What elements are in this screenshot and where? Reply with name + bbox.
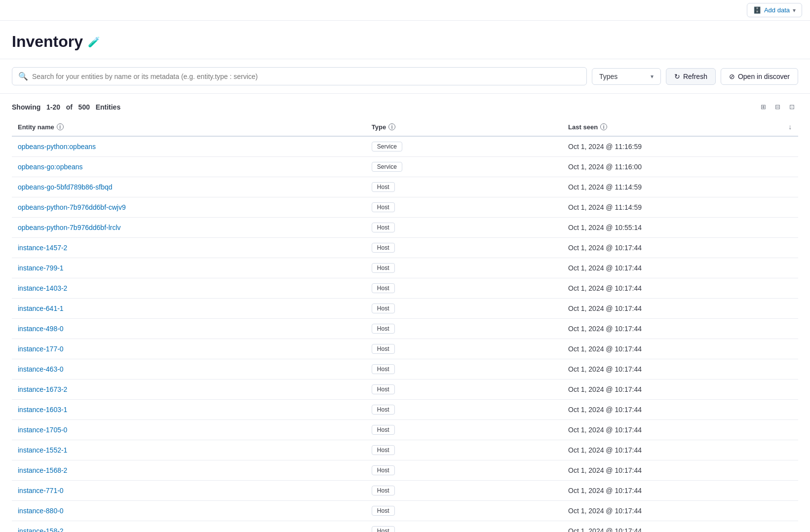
types-dropdown[interactable]: Types ▾ [592, 68, 661, 85]
type-badge: Host [372, 384, 395, 394]
entity-name-cell: instance-463-0 [12, 359, 366, 380]
top-bar: 🗄️ Add data ▾ [0, 0, 810, 21]
last-seen-cell: Oct 1, 2024 @ 11:14:59 [562, 177, 782, 197]
entity-name-link[interactable]: opbeans-python-7b976dd6bf-cwjv9 [18, 203, 126, 211]
type-cell: Host [366, 521, 562, 532]
entity-name-cell: instance-1403-2 [12, 278, 366, 299]
type-badge: Host [372, 526, 395, 532]
row-action-cell [782, 460, 798, 481]
col-header-last-seen: Last seen i [562, 118, 782, 136]
type-cell: Host [366, 440, 562, 460]
type-badge: Host [372, 283, 395, 293]
last-seen-cell: Oct 1, 2024 @ 10:17:44 [562, 481, 782, 501]
entity-name-link[interactable]: instance-799-1 [18, 264, 64, 272]
entity-name-cell: instance-498-0 [12, 319, 366, 339]
discover-icon: ⊘ [729, 73, 735, 80]
entity-name-link[interactable]: instance-1552-1 [18, 446, 67, 454]
page-title: Inventory 🧪 [12, 33, 798, 51]
row-action-cell [782, 218, 798, 238]
type-badge: Host [372, 304, 395, 313]
col-header-sort[interactable]: ↓ [782, 118, 798, 136]
entity-name-link[interactable]: instance-177-0 [18, 345, 64, 353]
entity-name-cell: instance-1552-1 [12, 440, 366, 460]
entity-name-link[interactable]: opbeans-python-7b976dd6bf-lrclv [18, 224, 121, 231]
entity-name-link[interactable]: instance-158-2 [18, 527, 64, 532]
row-action-cell [782, 136, 798, 157]
open-in-discover-button[interactable]: ⊘ Open in discover [721, 68, 798, 85]
table-row: opbeans-go-5bfd789b86-sfbqdHostOct 1, 20… [12, 177, 798, 197]
entity-name-cell: instance-771-0 [12, 481, 366, 501]
row-action-cell [782, 258, 798, 278]
type-cell: Host [366, 258, 562, 278]
type-cell: Host [366, 460, 562, 481]
search-icon: 🔍 [18, 72, 28, 81]
entity-name-link[interactable]: opbeans-python:opbeans [18, 143, 96, 151]
sort-icon: ↓ [788, 123, 792, 131]
row-action-cell [782, 400, 798, 420]
row-action-cell [782, 521, 798, 532]
page-header: Inventory 🧪 [0, 21, 810, 59]
table-row: instance-1403-2HostOct 1, 2024 @ 10:17:4… [12, 278, 798, 299]
entity-table: Entity name i Type i Last seen i [12, 118, 798, 532]
row-action-cell [782, 197, 798, 218]
entity-name-link[interactable]: instance-1568-2 [18, 466, 67, 474]
showing-label: Showing 1-20 of 500 Entities ⊞ ⊟ ⊡ [12, 94, 798, 118]
title-text: Inventory [12, 33, 83, 51]
entity-name-info-icon[interactable]: i [57, 123, 64, 130]
entity-name-link[interactable]: instance-1603-1 [18, 406, 67, 414]
type-cell: Host [366, 218, 562, 238]
fullscreen-view-button[interactable]: ⊡ [786, 101, 798, 113]
entity-name-link[interactable]: opbeans-go:opbeans [18, 163, 83, 171]
row-action-cell [782, 238, 798, 258]
search-input[interactable] [32, 73, 580, 80]
entity-name-link[interactable]: instance-1673-2 [18, 385, 67, 393]
entity-name-link[interactable]: instance-1705-0 [18, 426, 67, 434]
columns-view-button[interactable]: ⊟ [771, 101, 784, 113]
grid-view-button[interactable]: ⊞ [757, 101, 770, 113]
entity-name-link[interactable]: instance-498-0 [18, 325, 64, 333]
type-badge: Host [372, 445, 395, 455]
row-action-cell [782, 278, 798, 299]
entity-name-link[interactable]: instance-1457-2 [18, 244, 67, 252]
type-cell: Host [366, 339, 562, 359]
table-row: instance-1568-2HostOct 1, 2024 @ 10:17:4… [12, 460, 798, 481]
showing-text: Showing [12, 103, 40, 111]
entity-name-cell: instance-1673-2 [12, 380, 366, 400]
entity-name-link[interactable]: instance-771-0 [18, 487, 64, 494]
table-body: opbeans-python:opbeansServiceOct 1, 2024… [12, 136, 798, 532]
last-seen-cell: Oct 1, 2024 @ 10:17:44 [562, 440, 782, 460]
table-row: instance-1552-1HostOct 1, 2024 @ 10:17:4… [12, 440, 798, 460]
showing-of: of [66, 103, 73, 111]
entity-name-link[interactable]: instance-463-0 [18, 365, 64, 373]
type-info-icon[interactable]: i [388, 123, 395, 130]
table-row: instance-799-1HostOct 1, 2024 @ 10:17:44 [12, 258, 798, 278]
table-row: instance-1705-0HostOct 1, 2024 @ 10:17:4… [12, 420, 798, 440]
row-action-cell [782, 177, 798, 197]
type-cell: Host [366, 501, 562, 521]
last-seen-cell: Oct 1, 2024 @ 11:16:59 [562, 136, 782, 157]
type-cell: Host [366, 380, 562, 400]
last-seen-cell: Oct 1, 2024 @ 10:17:44 [562, 278, 782, 299]
add-data-button[interactable]: 🗄️ Add data ▾ [747, 3, 802, 17]
entity-name-cell: instance-799-1 [12, 258, 366, 278]
entity-name-link[interactable]: instance-641-1 [18, 304, 64, 312]
last-seen-cell: Oct 1, 2024 @ 10:17:44 [562, 339, 782, 359]
col-header-entity-name: Entity name i [12, 118, 366, 136]
last-seen-col-label: Last seen [568, 123, 598, 131]
table-row: opbeans-go:opbeansServiceOct 1, 2024 @ 1… [12, 157, 798, 177]
table-row: opbeans-python-7b976dd6bf-lrclvHostOct 1… [12, 218, 798, 238]
refresh-button[interactable]: ↻ Refresh [666, 68, 716, 85]
last-seen-info-icon[interactable]: i [600, 123, 607, 130]
entity-name-link[interactable]: instance-880-0 [18, 507, 64, 515]
entity-name-cell: instance-1705-0 [12, 420, 366, 440]
table-section: Showing 1-20 of 500 Entities ⊞ ⊟ ⊡ Entit… [0, 94, 810, 532]
type-badge: Host [372, 202, 395, 212]
showing-range: 1-20 [46, 103, 60, 111]
search-wrapper[interactable]: 🔍 [12, 67, 587, 85]
type-badge: Host [372, 324, 395, 334]
last-seen-cell: Oct 1, 2024 @ 11:16:00 [562, 157, 782, 177]
entity-name-link[interactable]: instance-1403-2 [18, 284, 67, 292]
type-badge: Service [372, 162, 402, 172]
entity-name-link[interactable]: opbeans-go-5bfd789b86-sfbqd [18, 183, 113, 191]
table-row: instance-771-0HostOct 1, 2024 @ 10:17:44 [12, 481, 798, 501]
